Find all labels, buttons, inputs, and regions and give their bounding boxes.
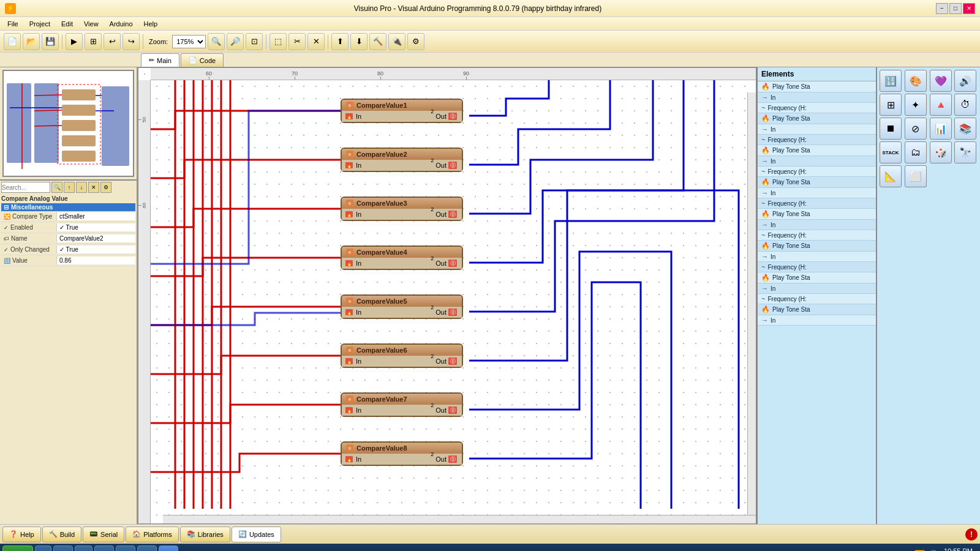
new-button[interactable]: 📄 xyxy=(4,33,21,50)
status-tab-help[interactable]: ❓Help xyxy=(2,527,41,542)
cv-in-port[interactable]: 🔥 In xyxy=(345,260,361,267)
status-tab-platforms[interactable]: 🏠Platforms xyxy=(126,527,178,542)
canvas-wrapper[interactable]: 60 70 80 90 50 60 xyxy=(138,67,756,524)
cv-in-port[interactable]: 🔥 In xyxy=(345,358,361,365)
open-button[interactable]: 📂 xyxy=(23,33,40,50)
undo-button[interactable]: ↩ xyxy=(104,33,121,50)
element-item-4[interactable]: → In xyxy=(758,124,876,135)
element-item-18[interactable]: 🔥 Play Tone Sta xyxy=(758,272,876,283)
compare-block-5[interactable]: ≈ CompareValue5 🔥 In 2 Out ⓪ xyxy=(341,294,463,319)
cv-in-port[interactable]: 🔥 In xyxy=(345,162,361,169)
taskbar-store[interactable]: 🛍 xyxy=(75,545,92,551)
props-btn2[interactable]: ↑ xyxy=(64,182,75,193)
rt-button-16[interactable]: 📐 xyxy=(880,165,902,187)
tab-code[interactable]: 📄 Code xyxy=(181,53,224,67)
rt-button-12[interactable]: STACK xyxy=(880,141,902,163)
rt-button-1[interactable]: 🎨 xyxy=(905,70,927,92)
save-button[interactable]: 💾 xyxy=(42,33,59,50)
element-item-16[interactable]: → In xyxy=(758,252,876,262)
prop-value[interactable]: 0.86 xyxy=(56,257,135,264)
element-item-11[interactable]: ~ Frequency (H: xyxy=(758,198,876,209)
rt-button-14[interactable]: 🎲 xyxy=(930,141,952,163)
status-tab-serial[interactable]: 📟Serial xyxy=(83,527,124,542)
props-btn4[interactable]: ✕ xyxy=(88,182,99,193)
cut-button[interactable]: ✂ xyxy=(288,33,306,50)
close-button[interactable]: ✕ xyxy=(963,3,975,14)
element-item-13[interactable]: → In xyxy=(758,220,876,230)
cv-in-port[interactable]: 🔥 In xyxy=(345,455,361,463)
props-btn5[interactable]: ⚙ xyxy=(100,182,111,193)
maximize-button[interactable]: □ xyxy=(949,3,962,14)
rt-button-15[interactable]: 🔭 xyxy=(954,141,976,163)
compare-block-8[interactable]: ≈ CompareValue8 🔥 In 2 Out ⓪ xyxy=(341,441,463,466)
board-button[interactable]: 🔌 xyxy=(388,33,405,50)
element-item-9[interactable]: 🔥 Play Tone Sta xyxy=(758,177,876,188)
status-tab-build[interactable]: 🔨Build xyxy=(42,527,81,542)
rt-button-3[interactable]: 🔊 xyxy=(954,70,976,92)
element-item-7[interactable]: → In xyxy=(758,156,876,167)
menu-view[interactable]: View xyxy=(79,19,104,29)
zoom-fit-button[interactable]: ⊡ xyxy=(246,33,263,50)
compare-block-4[interactable]: ≈ CompareValue4 🔥 In 2 Out ⓪ xyxy=(341,246,463,270)
props-search[interactable] xyxy=(1,182,50,193)
element-item-6[interactable]: 🔥 Play Tone Sta xyxy=(758,145,876,156)
rt-button-10[interactable]: 📊 xyxy=(930,118,952,140)
taskbar-edge[interactable]: 🌐 xyxy=(94,545,114,551)
taskbar-ie[interactable]: e xyxy=(35,545,51,551)
taskbar-chrome[interactable]: 🔵 xyxy=(137,545,157,551)
zoom-in-button[interactable]: 🔍 xyxy=(208,33,225,50)
start-button[interactable]: ⊞ xyxy=(2,545,33,551)
tab-main[interactable]: ✏ Main xyxy=(141,53,179,67)
compare-block-1[interactable]: ≈ CompareValue1 🔥 In 2 Out ⓪ xyxy=(341,99,463,123)
prop-value[interactable]: ✓ True xyxy=(56,223,135,231)
element-item-10[interactable]: → In xyxy=(758,188,876,198)
element-item-19[interactable]: → In xyxy=(758,283,876,294)
status-tab-libraries[interactable]: 📚Libraries xyxy=(180,527,230,542)
cv-in-port[interactable]: 🔥 In xyxy=(345,211,361,218)
canvas-area[interactable]: 60 70 80 90 50 60 xyxy=(138,68,756,523)
compare-block-7[interactable]: ≈ CompareValue7 🔥 In 2 Out ⓪ xyxy=(341,392,463,417)
taskbar-visuino[interactable]: ⚡ xyxy=(159,545,178,551)
rt-button-9[interactable]: ⊘ xyxy=(905,118,927,140)
element-item-3[interactable]: 🔥 Play Tone Sta xyxy=(758,113,876,124)
compare-block-6[interactable]: ≈ CompareValue6 🔥 In 2 Out ⓪ xyxy=(341,343,463,368)
status-tab-updates[interactable]: 🔄Updates xyxy=(232,527,281,542)
prop-value[interactable]: CompareValue2 xyxy=(56,234,135,242)
compare-block-3[interactable]: ≈ CompareValue3 🔥 In 2 Out ⓪ xyxy=(341,197,463,221)
rt-button-5[interactable]: ✦ xyxy=(905,94,927,116)
cv-in-port[interactable]: 🔥 In xyxy=(345,113,361,120)
cv-in-port[interactable]: 🔥 In xyxy=(345,407,361,414)
taskbar-files[interactable]: 📁 xyxy=(53,545,73,551)
element-item-0[interactable]: 🔥 Play Tone Sta xyxy=(758,81,876,92)
scrollbar-vertical[interactable] xyxy=(747,92,756,515)
element-item-20[interactable]: ~ Frequency (H: xyxy=(758,294,876,304)
menu-project[interactable]: Project xyxy=(24,19,55,29)
taskbar-java[interactable]: ☕ xyxy=(116,545,135,551)
props-btn1[interactable]: 🔍 xyxy=(51,182,62,193)
scrollbar-horizontal[interactable] xyxy=(163,515,756,523)
menu-edit[interactable]: Edit xyxy=(56,19,78,29)
cv-in-port[interactable]: 🔥 In xyxy=(345,309,361,316)
download-button[interactable]: ⬇ xyxy=(350,33,368,50)
rt-button-0[interactable]: 🔢 xyxy=(880,70,902,92)
menu-arduino[interactable]: Arduino xyxy=(105,19,138,29)
element-item-2[interactable]: ~ Frequency (H: xyxy=(758,103,876,113)
compare-block-2[interactable]: ≈ CompareValue2 🔥 In 2 Out ⓪ xyxy=(341,148,463,172)
prop-value[interactable]: ✓ True xyxy=(56,246,135,253)
rt-button-8[interactable]: ⏹ xyxy=(880,118,902,140)
delete-button[interactable]: ✕ xyxy=(307,33,325,50)
grid-button[interactable]: ⊞ xyxy=(85,33,102,50)
settings-button[interactable]: ⚙ xyxy=(407,33,424,50)
rt-button-7[interactable]: ⏱ xyxy=(954,94,976,116)
element-item-8[interactable]: ~ Frequency (H: xyxy=(758,167,876,177)
run-button[interactable]: ▶ xyxy=(66,33,83,50)
upload-button[interactable]: ⬆ xyxy=(331,33,349,50)
zoom-select[interactable]: 175% 100% 150% 200% xyxy=(172,35,206,48)
menu-help[interactable]: Help xyxy=(139,19,163,29)
element-item-15[interactable]: 🔥 Play Tone Sta xyxy=(758,241,876,252)
zoom-out-button[interactable]: 🔎 xyxy=(227,33,244,50)
menu-file[interactable]: File xyxy=(2,19,23,29)
element-item-22[interactable]: → In xyxy=(758,315,876,326)
element-item-17[interactable]: ~ Frequency (H: xyxy=(758,262,876,272)
select-button[interactable]: ⬚ xyxy=(270,33,287,50)
